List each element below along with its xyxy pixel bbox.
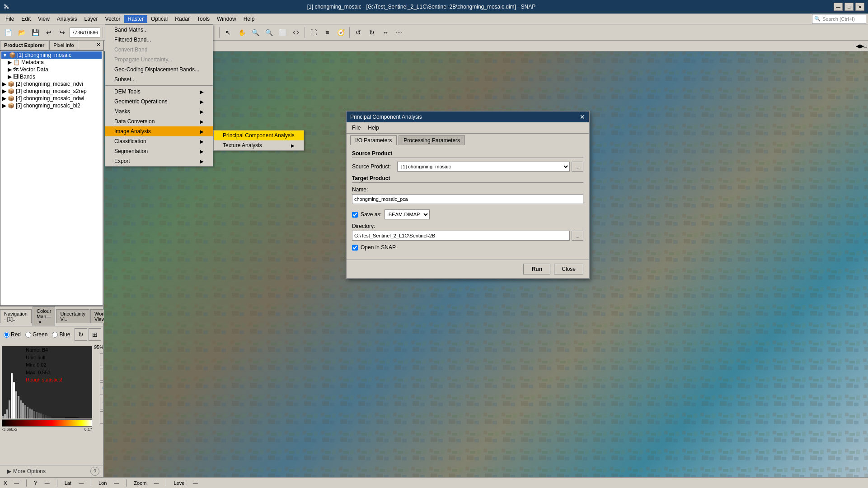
toolbar-btn-zoom-out[interactable]: 🔍 [263, 26, 275, 39]
menu-optical[interactable]: Optical [147, 15, 171, 23]
tree-item-vector[interactable]: ▶ 🗺 Vector Data [7, 66, 102, 73]
open-in-snap-label: Open in SNAP [361, 244, 396, 251]
tab-io-parameters[interactable]: I/O Parameters [350, 135, 397, 145]
menu-help[interactable]: Help [240, 15, 258, 23]
toolbar-btn-layer[interactable]: ≡ [321, 26, 333, 39]
tab-colour-close[interactable]: ✕ [38, 320, 42, 325]
radio-green[interactable]: Green [25, 331, 47, 338]
pca-close-btn[interactable]: ✕ [580, 113, 585, 121]
menu-subset[interactable]: Subset... [105, 74, 213, 84]
tree-item-5[interactable]: ▶ 📦 [5] chongming_mosaic_bi2 [1, 102, 102, 109]
pca-menu-file[interactable]: File [350, 124, 362, 131]
menu-edit[interactable]: Edit [18, 15, 34, 23]
menu-file[interactable]: File [2, 15, 18, 23]
menu-segmentation[interactable]: Segmentation ▶ [105, 146, 213, 156]
menu-classification[interactable]: Classification ▶ [105, 136, 213, 146]
menu-vector[interactable]: Vector [102, 15, 124, 23]
tree-item-metadata[interactable]: ▶ 📋 Metadata [7, 59, 102, 66]
source-product-select[interactable]: [1] chongming_mosaic [397, 162, 570, 172]
tree-item-2[interactable]: ▶ 📦 [2] chongming_mosaic_ndvi [1, 80, 102, 88]
directory-input[interactable] [352, 231, 570, 241]
toolbar-btn-more[interactable]: ⋯ [393, 26, 405, 39]
radio-green-input[interactable] [25, 332, 31, 338]
menu-band-maths[interactable]: Band Maths... [105, 25, 213, 35]
tab-maximize-btn[interactable]: □ [864, 43, 867, 49]
tab-uncertainty[interactable]: Uncertainty Vi... [56, 309, 89, 323]
toolbar-btn-draw-rect[interactable]: ⬜ [276, 26, 289, 39]
target-name-input[interactable] [352, 194, 583, 204]
toolbar-btn-pointer[interactable]: ↖ [222, 26, 235, 39]
zoom-mag-out-btn[interactable]: 🔍- [100, 397, 103, 409]
radio-red[interactable]: Red [4, 331, 21, 338]
close-button[interactable]: ✕ [855, 3, 864, 11]
menu-view[interactable]: View [34, 15, 53, 23]
toolbar-btn-rotate-left[interactable]: ↺ [352, 26, 365, 39]
menu-layer[interactable]: Layer [81, 15, 102, 23]
menu-analysis[interactable]: Analysis [53, 15, 81, 23]
run-button[interactable]: Run [523, 264, 550, 274]
menu-masks[interactable]: Masks ▶ [105, 107, 213, 116]
open-in-snap-checkbox[interactable] [352, 245, 358, 251]
menu-dem-tools[interactable]: DEM Tools ▶ [105, 87, 213, 97]
save-as-checkbox[interactable] [352, 212, 358, 218]
radio-blue-input[interactable] [52, 332, 58, 338]
menu-data-conversion[interactable]: Data Conversion ▶ [105, 116, 213, 126]
zoom-in-btn[interactable]: + [100, 353, 103, 366]
tree-item-root[interactable]: ▼ 📦 [1] chongming_mosaic [1, 51, 102, 59]
tree-item-bands[interactable]: ▶ 🎞 Bands [7, 73, 102, 80]
undo-btn[interactable]: ↩ [42, 26, 55, 39]
menu-window[interactable]: Window [213, 15, 240, 23]
tree-item-4[interactable]: ▶ 📦 [4] chongming_mosaic_ndwi [1, 95, 102, 102]
tab-nav-label: Navigation - [1]... [4, 311, 28, 322]
zoom-mag-in-btn[interactable]: 🔍+ [100, 382, 103, 395]
search-box[interactable]: 🔍 Search (Ctrl+I) [812, 14, 866, 24]
open-btn[interactable]: 📂 [15, 26, 28, 39]
menu-filtered-band[interactable]: Filtered Band... [105, 35, 213, 45]
menu-raster[interactable]: Raster [124, 15, 147, 23]
menu-tools[interactable]: Tools [193, 15, 213, 23]
tree-item-3[interactable]: ▶ 📦 [3] chongming_mosaic_s2rep [1, 88, 102, 95]
menu-pca[interactable]: Principal Component Analysis [214, 130, 304, 140]
save-btn[interactable]: 💾 [29, 26, 42, 39]
menu-geo-coding[interactable]: Geo-Coding Displacement Bands... [105, 65, 213, 74]
pca-menu-help[interactable]: Help [366, 124, 381, 131]
toolbar-btn-draw-ellipse[interactable]: ⬭ [290, 26, 302, 39]
help-button[interactable]: ? [90, 467, 99, 476]
tab-next-btn[interactable]: ▶ [860, 43, 864, 49]
toolbar-btn-synch[interactable]: ⛶ [307, 26, 320, 39]
maximize-button[interactable]: □ [845, 3, 854, 11]
minimize-button[interactable]: — [834, 3, 843, 11]
menu-geometric-operations[interactable]: Geometric Operations ▶ [105, 97, 213, 107]
new-btn[interactable]: 📄 [2, 26, 14, 39]
svg-rect-2 [6, 409, 8, 418]
more-options-link[interactable]: ▶ More Options [4, 466, 49, 476]
pct-95[interactable]: 95% [94, 344, 103, 350]
nav-btn-reset[interactable]: ↻ [75, 328, 87, 341]
toolbar-btn-zoom-in[interactable]: 🔍 [249, 26, 262, 39]
tab-pixel-info[interactable]: Pixel Info [49, 41, 78, 50]
tab-navigation[interactable]: Navigation - [1]... [0, 309, 32, 323]
menu-radar[interactable]: Radar [171, 15, 193, 23]
tab-prev-btn[interactable]: ◀ [856, 43, 860, 49]
menu-export[interactable]: Export ▶ [105, 156, 213, 166]
radio-red-input[interactable] [4, 332, 9, 338]
panel-close-btn[interactable]: ✕ [94, 41, 103, 50]
radio-blue[interactable]: Blue [52, 331, 70, 338]
source-product-browse[interactable]: ... [572, 162, 583, 172]
zoom-out-btn[interactable]: - [100, 368, 103, 381]
toolbar-btn-rotate-right[interactable]: ↻ [366, 26, 378, 39]
menu-texture-analysis[interactable]: Texture Analysis ▶ [214, 140, 304, 150]
format-select[interactable]: BEAM-DIMAP [385, 209, 430, 219]
tab-processing-parameters[interactable]: Processing Parameters [399, 135, 465, 145]
directory-browse-btn[interactable]: ... [572, 231, 583, 241]
close-dialog-button[interactable]: Close [554, 264, 583, 274]
toolbar-btn-flip-h[interactable]: ↔ [379, 26, 392, 39]
tab-product-explorer[interactable]: Product Explorer [0, 41, 48, 50]
menu-image-analysis[interactable]: Image Analysis ▶ [105, 126, 213, 136]
nav-btn-grid[interactable]: ⊞ [89, 328, 101, 341]
zoom-fit-btn[interactable]: ⊙ [100, 411, 103, 424]
tab-colour-man[interactable]: Colour Man— ✕ [33, 307, 55, 326]
toolbar-btn-pan[interactable]: ✋ [235, 26, 248, 39]
redo-btn[interactable]: ↪ [56, 26, 69, 39]
toolbar-btn-nav[interactable]: 🧭 [334, 26, 347, 39]
